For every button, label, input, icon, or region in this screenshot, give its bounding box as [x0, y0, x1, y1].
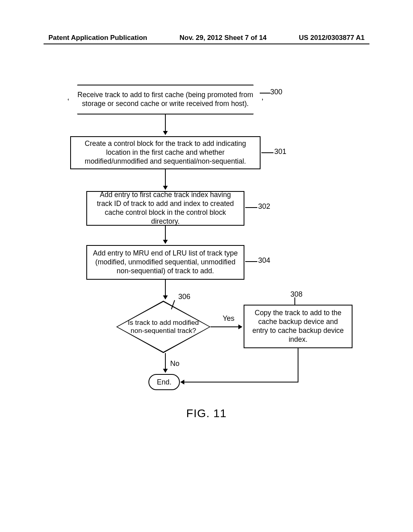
node-308: Copy the track to add to the cache backu… [244, 305, 353, 348]
label-300: 300 [270, 88, 282, 96]
node-306-text: Is track to add modified non-sequential … [127, 319, 200, 335]
leader-301 [261, 152, 273, 153]
arrow-302-304 [165, 226, 166, 243]
header-rule [44, 44, 369, 44]
node-301-text: Create a control block for the track to … [77, 139, 254, 166]
label-yes: Yes [223, 314, 234, 323]
label-301: 301 [274, 148, 286, 156]
header-mid: Nov. 29, 2012 Sheet 7 of 14 [179, 34, 267, 42]
node-306-decision: Is track to add modified non-sequential … [116, 301, 211, 353]
header-left: Patent Application Publication [48, 34, 147, 42]
node-304-text: Add entry to MRU end of LRU list of trac… [93, 249, 238, 276]
page-header: Patent Application Publication Nov. 29, … [48, 34, 365, 42]
arrow-301-302 [165, 169, 166, 189]
leader-308 [294, 297, 295, 305]
node-301: Create a control block for the track to … [70, 136, 261, 169]
node-300-text: Receive track to add to first cache (bei… [74, 91, 257, 108]
label-304: 304 [258, 256, 270, 265]
arrow-300-301 [165, 114, 166, 135]
node-end: End. [148, 374, 180, 390]
label-308: 308 [290, 290, 302, 299]
arrow-306-no [165, 353, 166, 372]
node-300-start: Receive track to add to first cache (bei… [68, 85, 263, 114]
label-no: No [170, 360, 179, 368]
node-302-text: Add entry to first cache track index hav… [93, 191, 238, 226]
label-306: 306 [178, 293, 190, 301]
leader-300 [260, 93, 270, 94]
arrow-308-end [181, 382, 298, 382]
leader-302 [245, 207, 257, 208]
segment-308-down [298, 348, 298, 382]
node-308-text: Copy the track to add to the cache backu… [250, 309, 346, 344]
header-right: US 2012/0303877 A1 [299, 34, 365, 42]
node-302: Add entry to first cache track index hav… [86, 191, 244, 226]
node-304: Add entry to MRU end of LRU list of trac… [86, 245, 244, 280]
figure-caption: FIG. 11 [0, 407, 413, 420]
label-302: 302 [258, 202, 270, 211]
node-end-text: End. [157, 378, 171, 387]
arrow-304-306 [165, 280, 166, 299]
leader-304 [245, 261, 257, 262]
arrow-306-yes [211, 326, 242, 327]
